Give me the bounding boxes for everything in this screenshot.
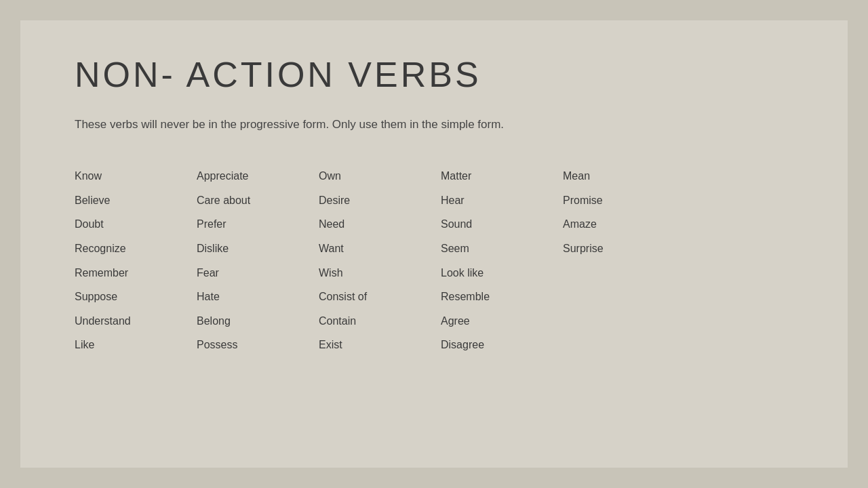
verb-column-5: MeanPromiseAmazeSurprise — [563, 167, 685, 354]
verb-item: Dislike — [197, 240, 319, 258]
verb-item: Hate — [197, 288, 319, 306]
verb-item: Wish — [319, 264, 441, 282]
verb-column-4: MatterHearSoundSeemLook likeResembleAgre… — [441, 167, 563, 354]
verb-item: Seem — [441, 240, 563, 258]
verb-item: Appreciate — [197, 167, 319, 185]
verb-item: Sound — [441, 216, 563, 233]
verb-item: Matter — [441, 167, 563, 185]
verb-item: Understand — [75, 312, 197, 330]
verb-item: Agree — [441, 312, 563, 330]
verb-item: Promise — [563, 192, 685, 209]
verb-item: Resemble — [441, 288, 563, 306]
verb-item: Prefer — [197, 216, 319, 233]
slide-subtitle: These verbs will never be in the progres… — [75, 115, 793, 134]
verb-item: Doubt — [75, 216, 197, 233]
verb-grid: KnowBelieveDoubtRecognizeRememberSuppose… — [75, 167, 793, 354]
verb-item: Know — [75, 167, 197, 185]
slide: NON- ACTION VERBS These verbs will never… — [20, 20, 848, 468]
verb-item: Own — [319, 167, 441, 185]
verb-item: Care about — [197, 192, 319, 209]
verb-item: Mean — [563, 167, 685, 185]
verb-item: Want — [319, 240, 441, 258]
slide-title: NON- ACTION VERBS — [75, 54, 793, 95]
verb-column-2: AppreciateCare aboutPreferDislikeFearHat… — [197, 167, 319, 354]
verb-item: Amaze — [563, 216, 685, 233]
verb-item: Exist — [319, 336, 441, 354]
verb-item: Contain — [319, 312, 441, 330]
verb-item: Possess — [197, 336, 319, 354]
verb-item: Suppose — [75, 288, 197, 306]
verb-item: Hear — [441, 192, 563, 209]
verb-item: Believe — [75, 192, 197, 209]
verb-item: Surprise — [563, 240, 685, 258]
verb-item: Belong — [197, 312, 319, 330]
verb-item: Consist of — [319, 288, 441, 306]
verb-item: Look like — [441, 264, 563, 282]
verb-item: Disagree — [441, 336, 563, 354]
verb-column-1: KnowBelieveDoubtRecognizeRememberSuppose… — [75, 167, 197, 354]
verb-item: Desire — [319, 192, 441, 209]
verb-item: Fear — [197, 264, 319, 282]
verb-item: Like — [75, 336, 197, 354]
verb-item: Recognize — [75, 240, 197, 258]
verb-column-3: OwnDesireNeedWantWishConsist ofContainEx… — [319, 167, 441, 354]
verb-item: Remember — [75, 264, 197, 282]
verb-item: Need — [319, 216, 441, 233]
